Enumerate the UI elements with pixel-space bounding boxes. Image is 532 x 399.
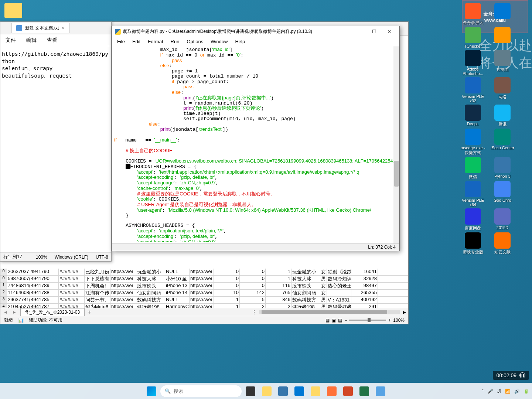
desktop-background: admin 金舟录屏大 www.callu 全力以赴 已将个人在 金舟录屏大TC…: [0, 0, 532, 399]
table-row[interactable]: 329637741(4941785#######问答环节,https://wei…: [0, 297, 408, 304]
idle-menu-item[interactable]: Help: [232, 38, 248, 45]
view-break-icon[interactable]: ▤: [338, 318, 342, 323]
taskbar-app-notepad[interactable]: [373, 385, 388, 398]
idle-code-editor[interactable]: max_id = jsondata['max_id'] if max_id ==…: [112, 46, 399, 242]
taskbar-app-task-view[interactable]: [243, 385, 258, 398]
notepad-menu-item[interactable]: 编辑: [26, 37, 37, 44]
notepad-content[interactable]: https://github.com/zhaowei1869/python se…: [0, 46, 111, 84]
desktop-app-icon[interactable]: TChecker: [460, 27, 486, 48]
desktop-app-icon[interactable]: [489, 3, 516, 25]
sheet-add[interactable]: +: [88, 309, 91, 316]
tray-chevron-icon[interactable]: ˄: [482, 389, 484, 394]
idle-menu-item[interactable]: Edit: [129, 38, 143, 45]
table-row[interactable]: 020637037 4941790#######已经九月份https://wei…: [0, 269, 408, 276]
desktop-app-icon[interactable]: DeepL: [460, 105, 486, 127]
maximize-button[interactable]: ☐: [367, 28, 382, 36]
desktop-app-icon[interactable]: Adobe Photosho...: [460, 50, 486, 76]
sheet-tab-active[interactable]: 华_为_发_布_会2023-01-03: [20, 308, 85, 316]
taskbar-app-edge[interactable]: [292, 385, 307, 398]
idle-menu-item[interactable]: File: [114, 38, 128, 45]
taskbar-center: 🔍 搜索: [144, 385, 388, 398]
notepad-menu-item[interactable]: 文件: [6, 37, 16, 44]
zoom-value[interactable]: 100%: [393, 318, 405, 323]
table-row[interactable]: 059870607(4941790#######下下总该有https://wei…: [0, 276, 408, 283]
notepad-tab-icon: [16, 25, 22, 31]
zoom-slider[interactable]: [349, 320, 386, 321]
sheet-menu-icon[interactable]: ⋮: [252, 310, 256, 315]
excel-grid[interactable]: 020637037 4941790#######已经九月份https://wei…: [0, 269, 408, 309]
notepad-window[interactable]: 新建 文本文档.txt × 文件编辑查看 https://github.com/…: [0, 21, 112, 262]
idle-statusbar: Ln: 372 Col: 4: [112, 243, 399, 251]
tray-volume-icon[interactable]: 🔊: [514, 389, 520, 394]
desktop-folder-icon[interactable]: [1, 3, 26, 18]
desktop-app-icon[interactable]: 剪映专业版: [460, 232, 486, 255]
taskbar: 🔍 搜索 ˄ 🎤 拼 📶 🔊 🔋: [0, 383, 532, 399]
desktop-app-icon[interactable]: Goo Chro: [489, 181, 516, 207]
table-row[interactable]: 211464608(4941788#######江湖有个传https://wei…: [0, 290, 408, 297]
tray-ime-icon[interactable]: 拼: [497, 388, 501, 394]
tray-mic-icon[interactable]: 🎤: [488, 389, 493, 394]
cursor-position: 行1, 列17: [3, 254, 22, 260]
desktop-app-icon[interactable]: Vensim PLE x32: [460, 77, 486, 103]
idle-titlebar: 爬取微博主题内容.py - C:\Users\admin\Desktop\微博爬…: [112, 26, 399, 37]
sheet-next[interactable]: ►: [11, 310, 17, 315]
idle-menu-item[interactable]: Options: [184, 38, 206, 45]
status-access: 辅助功能: 不可用: [29, 317, 62, 323]
np-utf: UTF-8: [96, 255, 108, 260]
desktop-app-icon[interactable]: 控制面: [489, 50, 516, 76]
desktop-app-icon[interactable]: [489, 27, 516, 48]
pause-button[interactable]: ❚❚: [519, 372, 525, 378]
desktop-app-icon[interactable]: Python 3: [489, 157, 516, 180]
desktop-app-icon[interactable]: msedge.exe - 快捷方式: [460, 129, 486, 156]
zoom-out[interactable]: −: [344, 318, 347, 323]
sheet-prev[interactable]: ◄: [3, 310, 8, 315]
desktop-app-icon[interactable]: 知云文献: [489, 232, 516, 255]
zoom-in[interactable]: +: [388, 318, 391, 323]
view-normal-icon[interactable]: ▦: [325, 318, 330, 323]
start-button[interactable]: [144, 385, 159, 398]
view-page-icon[interactable]: ▣: [332, 318, 336, 323]
table-row[interactable]: 174486814(4941789#######下周机会!https://wei…: [0, 283, 408, 290]
notepad-menu: 文件编辑查看: [0, 34, 111, 46]
hscroll[interactable]: [259, 310, 400, 314]
np-encoding: Windows (CRLF): [55, 255, 88, 260]
desktop-app-icon[interactable]: 网络: [489, 77, 516, 103]
taskbar-search[interactable]: 🔍 搜索: [160, 385, 242, 397]
taskbar-app-powerpoint[interactable]: [341, 385, 355, 398]
idle-window[interactable]: 爬取微博主题内容.py - C:\Users\admin\Desktop\微博爬…: [112, 26, 400, 251]
taskbar-app-idle[interactable]: [276, 385, 290, 398]
tray-wifi-icon[interactable]: 📶: [505, 389, 511, 394]
excel-sheet-tabs: ◄ ► 华_为_发_布_会2023-01-03 + ⋮ ▶: [0, 308, 408, 316]
python-icon: [115, 29, 121, 35]
taskbar-app-folder[interactable]: [308, 385, 323, 398]
desktop-app-icon[interactable]: 百度网盘: [460, 208, 486, 231]
np-zoom: 100%: [36, 255, 47, 260]
desktop-app-icon[interactable]: 微信: [460, 157, 486, 180]
idle-menu-item[interactable]: Format: [145, 38, 166, 45]
status-access-icon: 📊: [18, 318, 24, 323]
idle-menu-item[interactable]: Run: [168, 38, 183, 45]
hscroll-right[interactable]: ▶: [403, 310, 406, 315]
notepad-menu-item[interactable]: 查看: [47, 37, 57, 44]
idle-menu-item[interactable]: Window: [208, 38, 231, 45]
taskbar-app-explorer[interactable]: [259, 385, 274, 398]
taskbar-app-firefox[interactable]: [324, 385, 339, 398]
idle-scrollbar[interactable]: [393, 46, 399, 243]
scrollbar-thumb[interactable]: [394, 161, 399, 187]
desktop-app-icon[interactable]: iSecu Center: [489, 129, 516, 156]
desktop-app-icon[interactable]: 金舟录屏大: [460, 3, 486, 25]
notepad-statusbar: 行1, 列17 100% Windows (CRLF) UTF-8: [0, 252, 111, 261]
idle-title-text: 爬取微博主题内容.py - C:\Users\admin\Desktop\微博爬…: [123, 28, 312, 35]
tray-battery-icon[interactable]: 🔋: [524, 389, 529, 394]
recording-timer: 00:02:09 ❚❚: [493, 371, 529, 380]
notepad-tab[interactable]: 新建 文本文档.txt ×: [11, 23, 70, 33]
minimize-button[interactable]: —: [352, 28, 367, 36]
tab-close-icon[interactable]: ×: [62, 25, 65, 31]
desktop-icons-right: 金舟录屏大TCheckerAdobe Photosho...控制面Vensim …: [458, 0, 532, 258]
close-button[interactable]: ✕: [382, 28, 396, 36]
desktop-app-icon[interactable]: Vensim PLE x64: [460, 181, 486, 207]
timer-value: 00:02:09: [497, 372, 517, 378]
taskbar-app-excel[interactable]: [357, 385, 372, 398]
desktop-app-icon[interactable]: 2019D: [489, 208, 516, 231]
desktop-app-icon[interactable]: 腾讯: [489, 105, 516, 127]
